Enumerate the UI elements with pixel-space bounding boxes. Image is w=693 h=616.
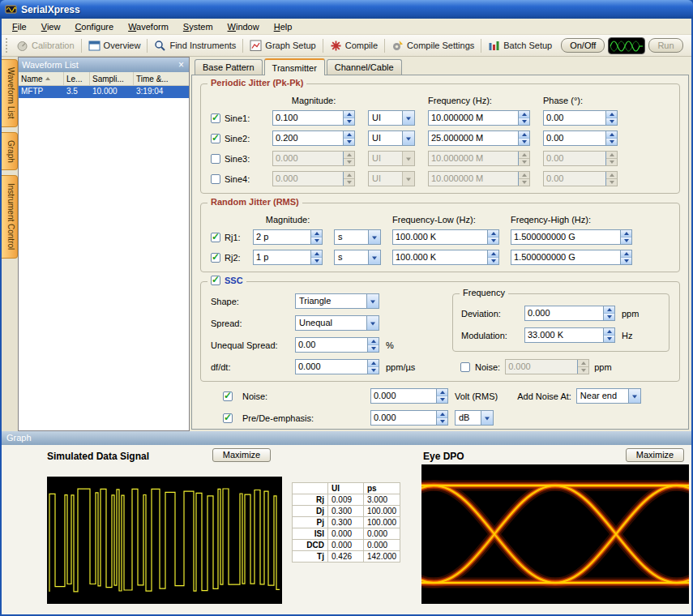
waveform-list-row[interactable]: MFTP 3.5 10.000 3:19:04 — [19, 86, 189, 98]
chevron-down-icon[interactable] — [402, 152, 414, 165]
onoff-button[interactable]: On/Off — [561, 38, 605, 53]
column-sampling[interactable]: Sampli... — [90, 72, 134, 85]
sine2-magnitude-field[interactable]: 0.200 — [272, 130, 355, 146]
spinner-buttons[interactable] — [577, 360, 588, 374]
deviation-field[interactable]: 0.000 — [524, 306, 615, 321]
sine4-checkbox[interactable] — [211, 174, 220, 184]
menu-configure[interactable]: Configure — [67, 20, 121, 33]
menu-window[interactable]: Window — [220, 20, 267, 33]
sine1-unit-combo[interactable]: UI — [368, 110, 415, 126]
compile-settings-button[interactable]: Compile Settings — [387, 38, 478, 53]
sine3-magnitude-field[interactable]: 0.000 — [272, 151, 355, 166]
sine1-phase-field[interactable]: 0.00 — [543, 110, 618, 126]
ssc-noise-checkbox[interactable] — [460, 362, 470, 372]
sine4-unit-combo[interactable]: UI — [368, 171, 415, 186]
spinner-buttons[interactable] — [343, 111, 354, 125]
sine4-magnitude-field[interactable]: 0.000 — [272, 171, 355, 186]
sine1-checkbox[interactable] — [211, 113, 220, 123]
sine3-checkbox[interactable] — [211, 154, 220, 164]
spinner-buttons[interactable] — [367, 360, 379, 374]
spinner-buttons[interactable] — [518, 152, 529, 165]
spinner-buttons[interactable] — [436, 411, 447, 425]
modulation-field[interactable]: 33.000 K — [524, 327, 615, 343]
column-length[interactable]: Le... — [64, 72, 90, 85]
rj1-magnitude-field[interactable]: 2 p — [253, 229, 323, 245]
sine2-checkbox[interactable] — [211, 134, 220, 143]
noise-field[interactable]: 0.000 — [370, 388, 448, 404]
sine3-phase-field[interactable]: 0.00 — [543, 151, 618, 166]
spinner-buttons[interactable] — [310, 250, 322, 264]
tab-channel-cable[interactable]: Channel/Cable — [327, 59, 402, 75]
spinner-buttons[interactable] — [343, 131, 354, 145]
chevron-down-icon[interactable] — [402, 111, 414, 125]
chevron-down-icon[interactable] — [628, 389, 640, 403]
chevron-down-icon[interactable] — [402, 131, 414, 145]
chevron-down-icon[interactable] — [402, 172, 414, 186]
rj1-checkbox[interactable] — [211, 233, 220, 242]
emphasis-unit-combo[interactable]: dB — [455, 410, 494, 426]
spinner-buttons[interactable] — [605, 111, 617, 125]
spinner-buttons[interactable] — [518, 172, 529, 186]
noise-checkbox[interactable] — [223, 391, 233, 401]
sine3-unit-combo[interactable]: UI — [368, 151, 415, 166]
find-instruments-button[interactable]: Find Instruments — [150, 38, 240, 53]
sine4-phase-field[interactable]: 0.00 — [543, 171, 618, 186]
tab-transmitter[interactable]: Transmitter — [264, 58, 325, 75]
rj1-freq-high-field[interactable]: 1.500000000 G — [511, 229, 632, 245]
sidetab-graph[interactable]: Graph — [2, 132, 18, 171]
chevron-down-icon[interactable] — [366, 294, 379, 308]
rj1-freq-low-field[interactable]: 100.000 K — [392, 229, 499, 245]
run-button[interactable]: Run — [648, 38, 682, 53]
spinner-buttons[interactable] — [620, 230, 631, 244]
batch-setup-button[interactable]: Batch Setup — [484, 38, 556, 53]
spinner-buttons[interactable] — [367, 338, 379, 352]
chevron-down-icon[interactable] — [368, 250, 380, 264]
spinner-buttons[interactable] — [603, 328, 614, 342]
chevron-down-icon[interactable] — [368, 230, 380, 244]
sine1-frequency-field[interactable]: 10.000000 M — [428, 110, 530, 126]
rj2-checkbox[interactable] — [211, 253, 220, 263]
compile-button[interactable]: Compile — [326, 38, 382, 53]
dfdt-field[interactable]: 0.000 — [295, 359, 379, 374]
spinner-buttons[interactable] — [603, 306, 614, 320]
spinner-buttons[interactable] — [487, 230, 498, 244]
chevron-down-icon[interactable] — [366, 316, 379, 330]
spinner-buttons[interactable] — [605, 152, 617, 165]
menu-waveform[interactable]: Waveform — [121, 20, 176, 33]
spinner-buttons[interactable] — [605, 172, 617, 186]
close-icon[interactable]: × — [177, 61, 186, 69]
maximize-eye-button[interactable]: Maximize — [626, 448, 684, 462]
rj2-freq-high-field[interactable]: 1.500000000 G — [511, 250, 632, 265]
graph-setup-button[interactable]: Graph Setup — [246, 38, 319, 53]
spinner-buttons[interactable] — [343, 152, 354, 165]
column-name[interactable]: Name — [19, 72, 64, 85]
spinner-buttons[interactable] — [310, 230, 322, 244]
sine3-frequency-field[interactable]: 10.000000 M — [428, 151, 530, 166]
spinner-buttons[interactable] — [343, 172, 354, 186]
sine2-unit-combo[interactable]: UI — [368, 130, 415, 146]
shape-combo[interactable]: Triangle — [295, 293, 379, 309]
rj2-magnitude-field[interactable]: 1 p — [253, 250, 323, 265]
spinner-buttons[interactable] — [487, 250, 498, 264]
unequal-spread-field[interactable]: 0.00 — [295, 337, 379, 353]
ssc-noise-field[interactable]: 0.000 — [505, 359, 589, 374]
emphasis-field[interactable]: 0.000 — [370, 410, 448, 426]
spinner-buttons[interactable] — [518, 111, 529, 125]
sine1-magnitude-field[interactable]: 0.100 — [272, 110, 355, 126]
spread-combo[interactable]: Unequal — [295, 315, 379, 331]
sidetab-waveform-list[interactable]: Waveform List — [2, 59, 18, 127]
menu-file[interactable]: File — [5, 20, 34, 33]
menu-system[interactable]: System — [176, 20, 220, 33]
spinner-buttons[interactable] — [518, 131, 529, 145]
spinner-buttons[interactable] — [436, 389, 447, 403]
column-time[interactable]: Time &... — [134, 72, 187, 85]
sine2-frequency-field[interactable]: 25.000000 M — [428, 130, 530, 146]
chevron-down-icon[interactable] — [481, 411, 493, 425]
overview-button[interactable]: Overview — [84, 38, 145, 53]
emphasis-checkbox[interactable] — [223, 413, 233, 423]
rj2-unit-combo[interactable]: s — [334, 250, 381, 265]
rj2-freq-low-field[interactable]: 100.000 K — [392, 250, 499, 265]
ssc-checkbox[interactable] — [211, 276, 220, 285]
add-noise-at-combo[interactable]: Near end — [576, 388, 641, 404]
sidetab-instrument-control[interactable]: Instrument Control — [2, 175, 18, 258]
